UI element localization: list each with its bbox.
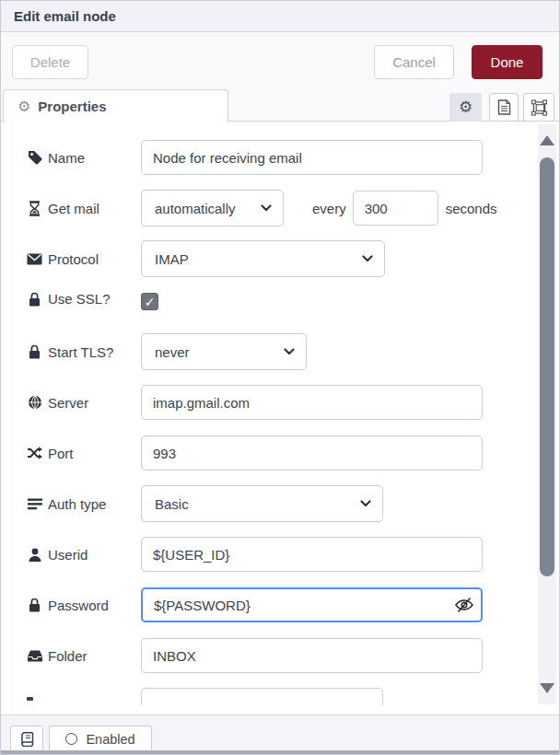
form-row-protocol: Protocol IMAP	[27, 240, 515, 277]
get-mail-select[interactable]: automatically	[141, 190, 284, 226]
get-mail-select-value: automatically	[155, 201, 236, 216]
enabled-label: Enabled	[86, 732, 134, 747]
scroll-up-icon[interactable]	[540, 135, 554, 145]
chevron-down-icon	[360, 500, 371, 507]
form-row-folder: Folder	[27, 637, 515, 674]
form-row-userid: Userid	[27, 536, 515, 573]
lock-icon	[27, 344, 42, 360]
globe-icon	[27, 395, 42, 411]
docs-button[interactable]	[10, 726, 43, 752]
userid-input[interactable]	[141, 537, 483, 572]
name-input[interactable]	[141, 140, 483, 175]
form-row-start-tls: Start TLS? never	[27, 333, 515, 370]
lock-icon	[27, 291, 42, 307]
password-label: Password	[48, 598, 109, 613]
auth-type-select[interactable]: Basic	[141, 485, 383, 522]
use-ssl-checkbox[interactable]: ✓	[141, 293, 158, 310]
edit-email-node-dialog: Edit email node Delete Cancel Done ⚙ Pro…	[0, 0, 560, 755]
userid-label: Userid	[48, 547, 88, 563]
dialog-footer: Enabled	[1, 714, 559, 752]
start-tls-select[interactable]: never	[141, 333, 307, 370]
envelope-icon	[27, 251, 42, 267]
delete-button[interactable]: Delete	[12, 45, 88, 79]
scrollbar-thumb[interactable]	[540, 157, 554, 576]
port-label: Port	[48, 446, 74, 461]
lock-icon	[27, 598, 42, 613]
gear-icon: ⚙	[459, 98, 472, 117]
tab-bar: ⚙ Properties ⚙	[1, 89, 559, 122]
auth-type-label: Auth type	[48, 496, 106, 512]
start-tls-label: Start TLS?	[48, 344, 113, 360]
inbox-icon	[27, 648, 42, 664]
server-label: Server	[48, 395, 88, 411]
chevron-down-icon	[261, 204, 272, 212]
form-row-partial	[27, 688, 515, 705]
tag-icon	[27, 150, 42, 166]
window-bottom-edge	[1, 750, 559, 754]
form-row-server: Server	[27, 384, 515, 421]
get-mail-label: Get mail	[48, 201, 99, 216]
dialog-actionbar: Delete Cancel Done	[1, 32, 559, 89]
dialog-title: Edit email node	[14, 8, 116, 24]
folder-input[interactable]	[141, 638, 483, 673]
folder-label: Folder	[48, 648, 88, 664]
vertical-scrollbar[interactable]	[538, 124, 556, 704]
port-input[interactable]	[141, 436, 483, 470]
every-label: every	[312, 201, 346, 216]
form-row-name: Name	[27, 139, 515, 176]
password-input[interactable]	[141, 587, 483, 622]
chevron-down-icon	[284, 348, 295, 355]
shuffle-icon	[27, 446, 42, 461]
protocol-label: Protocol	[48, 251, 99, 267]
name-label: Name	[48, 150, 85, 166]
tab-properties-label: Properties	[38, 99, 106, 114]
clipped-label-icon	[27, 697, 33, 701]
server-input[interactable]	[141, 385, 483, 420]
form-row-password: Password	[27, 587, 515, 623]
appearance-view-button[interactable]	[523, 93, 554, 122]
done-button[interactable]: Done	[472, 45, 542, 79]
hourglass-icon	[27, 201, 42, 216]
form-row-port: Port	[27, 435, 515, 471]
circle-icon	[65, 733, 77, 745]
protocol-select-value: IMAP	[155, 251, 189, 267]
scroll-down-icon[interactable]	[540, 683, 554, 693]
properties-view-button[interactable]: ⚙	[449, 93, 482, 122]
start-tls-select-value: never	[155, 344, 190, 360]
interval-input[interactable]	[353, 191, 438, 226]
protocol-select[interactable]: IMAP	[141, 240, 385, 277]
tab-properties[interactable]: ⚙ Properties	[3, 89, 228, 122]
use-ssl-label: Use SSL?	[48, 291, 111, 307]
auth-type-select-value: Basic	[155, 496, 189, 512]
gear-icon: ⚙	[18, 99, 30, 114]
layers-list-icon	[27, 496, 42, 512]
check-icon: ✓	[145, 296, 156, 308]
clipped-select[interactable]	[141, 688, 383, 705]
form-row-get-mail: Get mail automatically every seconds	[27, 190, 515, 226]
eye-slash-icon[interactable]	[454, 597, 474, 613]
dialog-titlebar: Edit email node	[1, 1, 559, 32]
chevron-down-icon	[362, 255, 373, 262]
book-icon	[19, 731, 35, 747]
properties-panel: Name Get mail automatically	[1, 122, 559, 714]
document-icon	[496, 99, 512, 115]
selection-frame-icon	[531, 99, 547, 115]
enabled-toggle-button[interactable]: Enabled	[49, 726, 152, 752]
form-rows: Name Get mail automatically	[1, 122, 559, 705]
cancel-button[interactable]: Cancel	[374, 45, 454, 79]
user-icon	[27, 547, 42, 563]
seconds-label: seconds	[446, 201, 497, 216]
form-row-use-ssl: Use SSL? ✓	[27, 291, 515, 319]
form-row-auth-type: Auth type Basic	[27, 485, 515, 522]
description-view-button[interactable]	[489, 93, 519, 122]
